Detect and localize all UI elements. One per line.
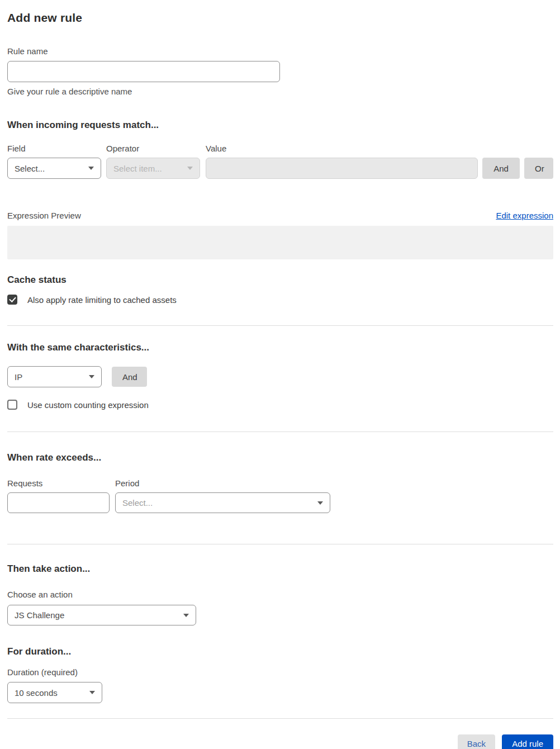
- action-select-value: JS Challenge: [15, 610, 64, 620]
- action-label: Choose an action: [7, 590, 553, 599]
- operator-label: Operator: [106, 144, 200, 153]
- custom-counting-checkbox-label: Use custom counting expression: [27, 400, 149, 410]
- value-column: Value: [206, 144, 478, 179]
- chevron-down-icon: [183, 614, 189, 617]
- characteristics-row: IP And: [7, 366, 553, 387]
- expression-section: Expression Preview Edit expression: [7, 211, 553, 259]
- characteristics-heading: With the same characteristics...: [7, 342, 553, 353]
- edit-expression-link[interactable]: Edit expression: [496, 211, 553, 220]
- rule-name-input[interactable]: [7, 61, 280, 82]
- cache-checkbox-row: Also apply rate limiting to cached asset…: [7, 295, 553, 305]
- duration-label: Duration (required): [7, 667, 553, 677]
- and-button[interactable]: And: [482, 158, 520, 179]
- divider: [7, 325, 553, 326]
- cached-assets-checkbox[interactable]: [7, 295, 17, 305]
- expression-header: Expression Preview Edit expression: [7, 211, 553, 220]
- match-heading: When incoming requests match...: [7, 120, 553, 131]
- value-label: Value: [206, 144, 478, 153]
- or-button[interactable]: Or: [524, 158, 553, 179]
- add-rule-button[interactable]: Add rule: [502, 734, 553, 749]
- characteristics-and-button[interactable]: And: [112, 367, 147, 387]
- duration-section: For duration... Duration (required) 10 s…: [7, 646, 553, 703]
- period-select-value: Select...: [122, 498, 153, 508]
- requests-column: Requests: [7, 478, 110, 513]
- action-section: Then take action... Choose an action JS …: [7, 563, 553, 625]
- chevron-down-icon: [89, 375, 94, 378]
- chevron-down-icon: [88, 167, 94, 170]
- expression-preview-label: Expression Preview: [7, 211, 81, 220]
- duration-select[interactable]: 10 seconds: [7, 682, 102, 703]
- operator-select[interactable]: Select item...: [106, 158, 200, 179]
- footer-actions: Back Add rule: [7, 734, 553, 749]
- divider: [7, 544, 553, 544]
- rule-name-helper: Give your rule a descriptive name: [7, 87, 553, 96]
- divider: [7, 432, 553, 432]
- value-input[interactable]: [206, 158, 478, 179]
- field-select[interactable]: Select...: [7, 158, 101, 179]
- rate-heading: When rate exceeds...: [7, 452, 553, 463]
- operator-column: Operator Select item...: [106, 144, 200, 179]
- duration-select-value: 10 seconds: [15, 688, 58, 698]
- back-button[interactable]: Back: [458, 734, 495, 749]
- chevron-down-icon: [317, 501, 323, 505]
- counting-expression-row: Use custom counting expression: [7, 400, 553, 410]
- action-heading: Then take action...: [7, 563, 553, 575]
- action-select[interactable]: JS Challenge: [7, 605, 196, 625]
- period-select[interactable]: Select...: [115, 492, 330, 513]
- operator-select-value: Select item...: [113, 164, 162, 173]
- field-label: Field: [7, 144, 101, 153]
- characteristic-select[interactable]: IP: [7, 366, 102, 387]
- duration-heading: For duration...: [7, 646, 553, 657]
- characteristic-select-value: IP: [15, 372, 22, 382]
- divider: [7, 718, 553, 719]
- period-label: Period: [115, 478, 330, 488]
- page-title: Add new rule: [7, 11, 553, 25]
- chevron-down-icon: [187, 167, 193, 170]
- rule-name-section: Rule name Give your rule a descriptive n…: [7, 46, 553, 96]
- rate-row: Requests Period Select...: [7, 478, 553, 513]
- rate-section: When rate exceeds... Requests Period Sel…: [7, 452, 553, 513]
- field-column: Field Select...: [7, 144, 101, 179]
- cached-assets-checkbox-label: Also apply rate limiting to cached asset…: [27, 295, 177, 305]
- custom-counting-checkbox[interactable]: [7, 400, 17, 410]
- chevron-down-icon: [89, 691, 95, 694]
- match-row: Field Select... Operator Select item... …: [7, 144, 553, 179]
- add-rule-page: Add new rule Rule name Give your rule a …: [0, 0, 560, 749]
- match-section: When incoming requests match... Field Se…: [7, 120, 553, 179]
- characteristics-section: With the same characteristics... IP And …: [7, 342, 553, 410]
- cache-status-section: Cache status Also apply rate limiting to…: [7, 274, 553, 305]
- requests-input[interactable]: [7, 492, 110, 513]
- field-select-value: Select...: [15, 164, 45, 173]
- cache-status-heading: Cache status: [7, 274, 553, 286]
- rule-name-label: Rule name: [7, 46, 553, 56]
- period-column: Period Select...: [115, 478, 330, 513]
- requests-label: Requests: [7, 478, 110, 488]
- expression-preview-box: [7, 226, 553, 259]
